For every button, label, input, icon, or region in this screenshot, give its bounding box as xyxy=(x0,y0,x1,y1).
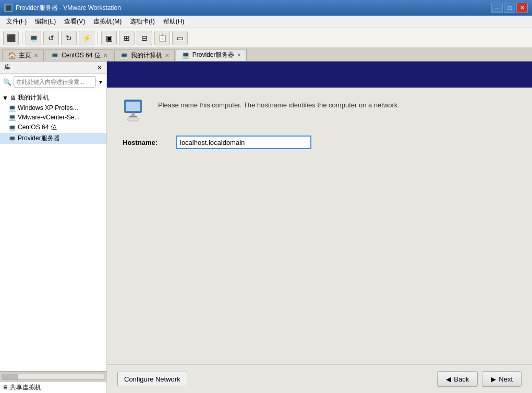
wizard-spacer xyxy=(123,149,516,354)
toolbar-btn-3[interactable]: ↺ xyxy=(43,31,59,45)
window-controls: ─ □ ✕ xyxy=(491,3,528,13)
wizard-intro-text: Please name this computer. The hostname … xyxy=(158,98,400,110)
tree-item-provider[interactable]: 💻 Provider服务器 xyxy=(0,133,106,144)
wizard-computer-icon xyxy=(123,98,148,123)
sidebar-title: 库 xyxy=(4,63,10,72)
tab-home[interactable]: 🏠 主页 ✕ xyxy=(2,49,44,61)
configure-network-button[interactable]: Configure Network xyxy=(117,372,187,386)
tree-root-label: 我的计算机 xyxy=(18,93,49,102)
sidebar-header: 库 ✕ xyxy=(0,62,106,74)
tree-item-winxp[interactable]: 💻 Windows XP Profes... xyxy=(0,103,106,113)
toolbar-btn-6[interactable]: ▣ xyxy=(101,31,117,45)
sidebar: 库 ✕ 🔍 ▼ ▼ 🖥 我的计算机 💻 Windows XP Profes... xyxy=(0,62,107,393)
svg-rect-3 xyxy=(129,116,137,117)
expand-icon: ▼ xyxy=(2,94,8,102)
sidebar-search-area: 🔍 ▼ xyxy=(0,74,106,90)
shared-icon: 🖥 xyxy=(2,384,8,391)
scroll-area xyxy=(0,371,106,382)
computer-icon: 🖥 xyxy=(10,94,16,102)
content-area: Please name this computer. The hostname … xyxy=(107,62,532,393)
centos-icon: 💻 xyxy=(51,52,59,59)
hostname-label: Hostname: xyxy=(123,139,170,146)
window-title: Provider服务器 - VMware Workstation xyxy=(16,4,491,13)
tab-provider[interactable]: 💻 Provider服务器 ✕ xyxy=(176,49,247,61)
wizard-hostname-field: Hostname: xyxy=(123,136,516,149)
wizard-footer: Configure Network ◀ Back ▶ Next xyxy=(107,364,532,393)
tab-provider-close[interactable]: ✕ xyxy=(237,52,241,58)
tree-label-winxp: Windows XP Profes... xyxy=(18,104,78,112)
toolbar-sep-1 xyxy=(22,32,22,44)
tree-item-centos[interactable]: 💻 CentOS 64 位 xyxy=(0,122,106,133)
search-input[interactable] xyxy=(14,76,96,88)
toolbar-btn-7[interactable]: ⊞ xyxy=(119,31,135,45)
menu-file[interactable]: 文件(F) xyxy=(2,16,31,27)
toolbar-btn-8[interactable]: ⊟ xyxy=(137,31,152,45)
scroll-thumb xyxy=(3,374,18,379)
vm-icon-provider: 💻 xyxy=(8,135,16,142)
toolbar: ⬛ 💻 ↺ ↻ ⚡ ▣ ⊞ ⊟ 📋 ▭ xyxy=(0,28,532,48)
tab-provider-label: Provider服务器 xyxy=(192,51,235,59)
tab-home-label: 主页 xyxy=(19,51,31,60)
tree-root[interactable]: ▼ 🖥 我的计算机 xyxy=(0,92,106,103)
tree-label-vcenter: VMware-vCenter-Se... xyxy=(18,114,80,121)
menu-help[interactable]: 帮助(H) xyxy=(159,16,189,27)
minimize-button[interactable]: ─ xyxy=(491,3,503,13)
toolbar-btn-10[interactable]: ▭ xyxy=(172,31,188,45)
toolbar-btn-2[interactable]: 💻 xyxy=(26,31,41,45)
home-icon: 🏠 xyxy=(8,52,16,59)
tree-label-centos: CentOS 64 位 xyxy=(18,123,57,132)
maximize-button[interactable]: □ xyxy=(504,3,515,13)
sidebar-close-button[interactable]: ✕ xyxy=(97,64,102,71)
tab-mypc[interactable]: 💻 我的计算机 ✕ xyxy=(114,49,175,61)
menu-view[interactable]: 查看(V) xyxy=(60,16,89,27)
sidebar-tree: ▼ 🖥 我的计算机 💻 Windows XP Profes... 💻 VMwar… xyxy=(0,90,106,371)
sidebar-shared-vms[interactable]: 🖥 共享虚拟机 xyxy=(0,382,106,393)
wizard-header xyxy=(107,62,532,88)
next-arrow-icon: ▶ xyxy=(491,375,496,383)
menu-edit[interactable]: 编辑(E) xyxy=(31,16,60,27)
app-icon: ⬛ xyxy=(4,4,13,12)
svg-rect-1 xyxy=(126,102,140,111)
tree-label-provider: Provider服务器 xyxy=(18,134,60,143)
wizard-intro: Please name this computer. The hostname … xyxy=(123,98,516,123)
toolbar-sep-2 xyxy=(98,32,98,44)
toolbar-btn-5[interactable]: ⚡ xyxy=(79,31,94,45)
next-button[interactable]: ▶ Next xyxy=(482,371,522,387)
menu-bar: 文件(F) 编辑(E) 查看(V) 虚拟机(M) 选项卡(I) 帮助(H) xyxy=(0,16,532,28)
tab-mypc-close[interactable]: ✕ xyxy=(165,53,169,58)
hostname-input[interactable] xyxy=(176,136,311,149)
tab-bar: 🏠 主页 ✕ 💻 CentOS 64 位 ✕ 💻 我的计算机 ✕ 💻 Provi… xyxy=(0,48,532,62)
scroll-bar[interactable] xyxy=(2,374,104,380)
tree-item-vcenter[interactable]: 💻 VMware-vCenter-Se... xyxy=(0,113,106,122)
toolbar-btn-4[interactable]: ↻ xyxy=(61,31,77,45)
vm-icon-centos: 💻 xyxy=(8,124,16,131)
back-arrow-icon: ◀ xyxy=(446,375,451,383)
menu-vm[interactable]: 虚拟机(M) xyxy=(89,16,126,27)
wizard-body: Please name this computer. The hostname … xyxy=(107,88,532,364)
search-icon: 🔍 xyxy=(3,78,11,86)
vm-icon-vcenter: 💻 xyxy=(8,114,16,121)
nav-buttons: ◀ Back ▶ Next xyxy=(437,371,522,387)
vm-icon-winxp: 💻 xyxy=(8,104,16,112)
next-label: Next xyxy=(499,375,513,383)
shared-label: 共享虚拟机 xyxy=(10,384,41,391)
provider-icon: 💻 xyxy=(182,51,190,59)
tab-centos[interactable]: 💻 CentOS 64 位 ✕ xyxy=(45,49,113,61)
svg-rect-2 xyxy=(131,113,135,116)
svg-rect-4 xyxy=(128,118,138,121)
back-button[interactable]: ◀ Back xyxy=(437,371,478,387)
tab-centos-close[interactable]: ✕ xyxy=(103,53,107,58)
search-dropdown-icon[interactable]: ▼ xyxy=(98,79,103,85)
toolbar-btn-1[interactable]: ⬛ xyxy=(3,31,19,45)
tab-home-close[interactable]: ✕ xyxy=(34,53,38,58)
tab-centos-label: CentOS 64 位 xyxy=(62,51,101,60)
title-bar: ⬛ Provider服务器 - VMware Workstation ─ □ ✕ xyxy=(0,0,532,16)
close-button[interactable]: ✕ xyxy=(516,3,528,13)
back-label: Back xyxy=(454,375,469,383)
mypc-icon: 💻 xyxy=(120,52,128,59)
toolbar-btn-9[interactable]: 📋 xyxy=(154,31,170,45)
tab-mypc-label: 我的计算机 xyxy=(131,51,162,60)
menu-tab[interactable]: 选项卡(I) xyxy=(126,16,159,27)
